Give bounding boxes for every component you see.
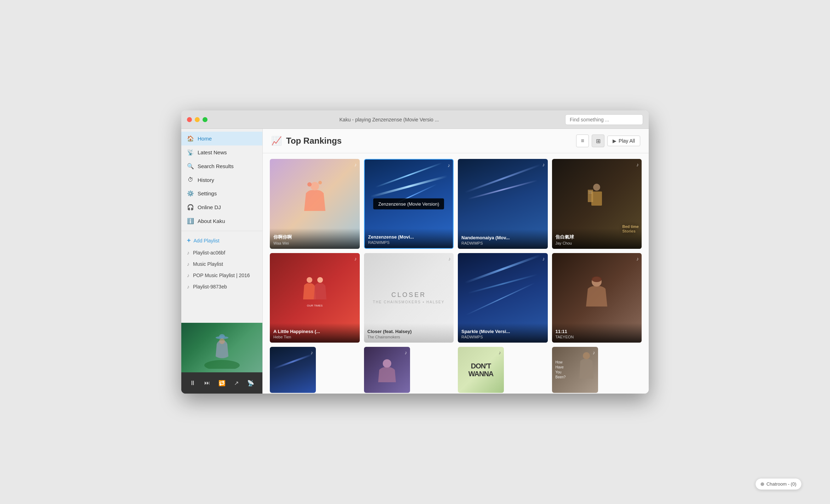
- closer-text: CLOSER THE CHAINSMOKERS • HALSEY: [373, 291, 444, 304]
- card-title-3: Nandemonaiya (Mov...: [461, 235, 544, 240]
- svg-point-12: [307, 277, 312, 283]
- song-card-4[interactable]: ♪: [552, 159, 642, 249]
- prev-button[interactable]: ⏮: [181, 378, 182, 388]
- svg-point-17: [383, 359, 391, 368]
- next-button[interactable]: ⏭: [203, 378, 211, 388]
- song-card-2[interactable]: ♪ Zenzenzense (Movie Version) Zenzenzens…: [364, 159, 454, 249]
- dj-icon: 🎧: [187, 204, 194, 211]
- history-icon: ⏱: [187, 177, 194, 183]
- sidebar-nav: 🏠 Home 📡 Latest News 🔍 Search Results ⏱ …: [181, 129, 262, 323]
- card-title-4: 告白氣球: [556, 234, 638, 240]
- sidebar-item-search-results[interactable]: 🔍 Search Results: [181, 159, 262, 173]
- song-card-1[interactable]: ♪ 你啊你啊: [270, 159, 360, 249]
- sidebar-item-home[interactable]: 🏠 Home: [181, 132, 262, 145]
- svg-point-5: [307, 182, 312, 187]
- song-card-9[interactable]: ♪: [270, 347, 316, 393]
- play-all-label: Play All: [619, 138, 635, 144]
- chatroom-status-dot: [761, 482, 764, 486]
- sidebar-label-online-dj: Online DJ: [198, 204, 221, 210]
- sidebar: 🏠 Home 📡 Latest News 🔍 Search Results ⏱ …: [181, 129, 263, 394]
- card-artist-2: RADWIMPS: [368, 240, 450, 245]
- music-note-icon: ♪: [187, 273, 189, 278]
- app-body: 🏠 Home 📡 Latest News 🔍 Search Results ⏱ …: [181, 129, 649, 394]
- sidebar-label-latest-news: Latest News: [198, 149, 227, 155]
- card-artwork-12: How Have You Been?: [552, 347, 598, 393]
- svg-text:OUR TIMES: OUR TIMES: [307, 304, 323, 307]
- sidebar-player: ⏮ ⏸ ⏭ 🔁 ↗ 📡 🖥: [181, 323, 262, 394]
- sidebar-label-search-results: Search Results: [198, 163, 234, 169]
- card-overlay-7: Sparkle (Movie Versi... RADWIMPS: [458, 323, 548, 343]
- info-icon: ℹ️: [187, 218, 194, 224]
- card-overlay-3: Nandemonaiya (Mov... RADWIMPS: [458, 229, 548, 249]
- repeat-button[interactable]: 🔁: [217, 378, 227, 388]
- svg-point-16: [592, 276, 602, 282]
- sidebar-pop-music-playlist[interactable]: ♪ POP Music Playlist | 2016: [181, 270, 262, 281]
- card-artwork-11: DON'T WANNA: [458, 347, 504, 393]
- search-input[interactable]: [565, 114, 643, 125]
- songs-grid: ♪ 你啊你啊: [270, 159, 642, 393]
- cast-button[interactable]: 📡: [246, 378, 256, 388]
- song-card-7[interactable]: ♪ Sparkle (Movie Versi... RADWIMPS: [458, 253, 548, 343]
- search-icon: 🔍: [187, 163, 194, 170]
- titlebar: Kaku - playing Zenzenzense (Movie Versio…: [181, 110, 649, 129]
- home-icon: 🏠: [187, 135, 194, 142]
- pause-button[interactable]: ⏸: [188, 378, 197, 388]
- sidebar-playlist-ac06bf[interactable]: ♪ Playlist-ac06bf: [181, 247, 262, 258]
- card-artwork-10: [364, 347, 410, 393]
- maximize-button[interactable]: [203, 117, 208, 122]
- svg-rect-11: [589, 193, 592, 193]
- sidebar-item-about[interactable]: ℹ️ About Kaku: [181, 214, 262, 228]
- main-content: 📈 Top Rankings ≡ ⊞ ▶ Play All ♪: [263, 129, 649, 394]
- page-title: Top Rankings: [286, 136, 572, 146]
- content-header: 📈 Top Rankings ≡ ⊞ ▶ Play All: [263, 129, 649, 153]
- add-playlist-button[interactable]: + Add Playlist: [181, 234, 262, 247]
- sidebar-label-settings: Settings: [198, 190, 217, 196]
- card-title-7: Sparkle (Movie Versi...: [461, 329, 544, 334]
- song-card-11[interactable]: ♪ DON'T WANNA: [458, 347, 504, 393]
- sidebar-label-about: About Kaku: [198, 218, 225, 224]
- sidebar-playlist-9873eb[interactable]: ♪ Playlist-9873eb: [181, 281, 262, 292]
- news-icon: 📡: [187, 149, 194, 156]
- card-artwork-9: [270, 347, 316, 393]
- close-button[interactable]: [187, 117, 192, 122]
- card-artwork-5: OUR TIMES: [270, 253, 360, 329]
- sidebar-item-online-dj[interactable]: 🎧 Online DJ: [181, 200, 262, 214]
- song-card-6[interactable]: ♪ CLOSER THE CHAINSMOKERS • HALSEY Close…: [364, 253, 454, 343]
- plus-icon: +: [187, 237, 191, 244]
- song-card-10[interactable]: ♪: [364, 347, 410, 393]
- sidebar-label-history: History: [198, 177, 214, 183]
- playlist-label-9873eb: Playlist-9873eb: [193, 284, 227, 290]
- sidebar-item-latest-news[interactable]: 📡 Latest News: [181, 145, 262, 159]
- playlist-label-pop: POP Music Playlist | 2016: [193, 273, 250, 278]
- card-overlay-5: A Little Happiness (... Hebe Tien: [270, 323, 360, 343]
- list-view-button[interactable]: ≡: [576, 134, 589, 147]
- sidebar-item-settings[interactable]: ⚙️ Settings: [181, 187, 262, 200]
- song-card-5[interactable]: ♪ OUR TIMES: [270, 253, 360, 343]
- minimize-button[interactable]: [195, 117, 200, 122]
- card-artist-4: Jay Chou: [556, 241, 638, 245]
- external-button[interactable]: ↗: [233, 378, 240, 388]
- sidebar-music-playlist[interactable]: ♪ Music Playlist: [181, 258, 262, 270]
- svg-point-7: [593, 184, 600, 191]
- card-artist-5: Hebe Tien: [273, 335, 356, 339]
- song-card-12[interactable]: ♪ How Have You Been?: [552, 347, 598, 393]
- svg-point-0: [204, 360, 240, 369]
- song-card-8[interactable]: ♪ 11:11 TAEYEON: [552, 253, 642, 343]
- sidebar-item-history[interactable]: ⏱ History: [181, 173, 262, 187]
- song-card-3[interactable]: ♪ Nandemonaiya (Mov... RADWIMPS: [458, 159, 548, 249]
- music-note-icon: ♪: [187, 250, 189, 256]
- music-note-icon: ♪: [187, 284, 189, 290]
- card-title-6: Closer (feat. Halsey): [368, 329, 450, 334]
- play-icon: ▶: [613, 138, 616, 144]
- card-artist-6: The Chainsmokers: [368, 335, 450, 339]
- card-overlay-1: 你啊你啊 Waa Wei: [270, 228, 360, 249]
- svg-rect-2: [219, 334, 225, 338]
- chatroom-badge[interactable]: Chatroom - (0): [755, 478, 802, 490]
- card-artwork-1: [270, 159, 360, 235]
- traffic-lights: [187, 117, 208, 122]
- play-all-button[interactable]: ▶ Play All: [607, 136, 640, 146]
- chart-icon: 📈: [271, 136, 282, 146]
- window-title: Kaku - playing Zenzenzense (Movie Versio…: [213, 117, 565, 122]
- grid-view-button[interactable]: ⊞: [592, 134, 604, 147]
- player-figure: [204, 326, 240, 369]
